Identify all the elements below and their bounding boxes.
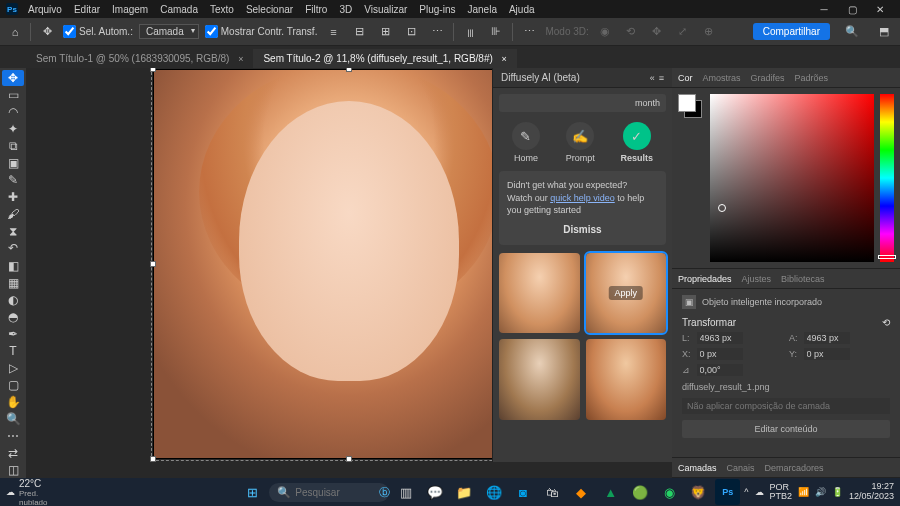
blur-tool[interactable]: ◐ bbox=[2, 292, 24, 308]
edge-icon[interactable]: 🌐 bbox=[481, 479, 506, 505]
search-icon[interactable]: 🔍 bbox=[842, 22, 862, 42]
layer-combo[interactable]: Camada bbox=[139, 24, 199, 39]
canvas-image[interactable] bbox=[154, 70, 544, 458]
heal-tool[interactable]: ✚ bbox=[2, 189, 24, 205]
wand-tool[interactable]: ✦ bbox=[2, 121, 24, 137]
app-icon-3[interactable]: ▲ bbox=[598, 479, 623, 505]
color-field[interactable] bbox=[710, 94, 874, 262]
start-button[interactable]: ⊞ bbox=[240, 479, 265, 505]
hue-slider[interactable] bbox=[880, 94, 894, 262]
panel-menu-icon[interactable]: ≡ bbox=[659, 73, 664, 83]
zoom-tool[interactable]: 🔍 bbox=[2, 411, 24, 427]
eyedropper-tool[interactable]: ✎ bbox=[2, 172, 24, 188]
transform-handle[interactable] bbox=[150, 456, 156, 462]
transform-handle[interactable] bbox=[150, 68, 156, 72]
auto-select-checkbox[interactable] bbox=[63, 25, 76, 38]
tray-clock[interactable]: 19:2712/05/2023 bbox=[849, 482, 894, 502]
align-icon-7[interactable]: ⊪ bbox=[486, 22, 506, 42]
shape-tool[interactable]: ▢ bbox=[2, 377, 24, 393]
brave-icon[interactable]: 🦁 bbox=[686, 479, 711, 505]
result-thumb-3[interactable] bbox=[499, 339, 580, 420]
more-tools[interactable]: ⋯ bbox=[2, 428, 24, 444]
tray-battery-icon[interactable]: 🔋 bbox=[832, 487, 843, 497]
tab-padroes[interactable]: Padrões bbox=[795, 73, 829, 83]
width-field[interactable] bbox=[697, 332, 743, 344]
pen-tool[interactable]: ✒ bbox=[2, 326, 24, 342]
menu-arquivo[interactable]: Arquivo bbox=[22, 2, 68, 17]
tab-cor[interactable]: Cor bbox=[678, 73, 693, 83]
tab-camadas[interactable]: Camadas bbox=[678, 463, 717, 473]
menu-ajuda[interactable]: Ajuda bbox=[503, 2, 541, 17]
gradient-tool[interactable]: ▦ bbox=[2, 275, 24, 291]
edit-toolbar[interactable]: ⇄ bbox=[2, 445, 24, 461]
eraser-tool[interactable]: ◧ bbox=[2, 258, 24, 274]
align-icon-6[interactable]: ⫼ bbox=[460, 22, 480, 42]
align-icon-1[interactable]: ≡ bbox=[323, 22, 343, 42]
tray-wifi-icon[interactable]: 📶 bbox=[798, 487, 809, 497]
tab-close-2[interactable]: × bbox=[502, 54, 507, 64]
menu-janela[interactable]: Janela bbox=[461, 2, 502, 17]
x-field[interactable] bbox=[697, 348, 743, 360]
store-icon[interactable]: 🛍 bbox=[540, 479, 565, 505]
menu-selecionar[interactable]: Selecionar bbox=[240, 2, 299, 17]
tab-bibliotecas[interactable]: Bibliotecas bbox=[781, 274, 825, 284]
marquee-tool[interactable]: ▭ bbox=[2, 87, 24, 103]
minimize-button[interactable]: ─ bbox=[810, 0, 838, 18]
menu-filtro[interactable]: Filtro bbox=[299, 2, 333, 17]
diffusely-tab-prompt[interactable]: ✍Prompt bbox=[566, 122, 595, 163]
explorer-icon[interactable]: 📁 bbox=[452, 479, 477, 505]
tab-ajustes[interactable]: Ajustes bbox=[742, 274, 772, 284]
frame-tool[interactable]: ▣ bbox=[2, 155, 24, 171]
tray-chevron-icon[interactable]: ^ bbox=[744, 487, 748, 497]
photoshop-taskbar-icon[interactable]: Ps bbox=[715, 479, 740, 505]
dodge-tool[interactable]: ◓ bbox=[2, 309, 24, 325]
close-button[interactable]: ✕ bbox=[866, 0, 894, 18]
hue-marker[interactable] bbox=[878, 255, 896, 259]
chrome-icon[interactable]: 🟢 bbox=[627, 479, 652, 505]
align-icon-5[interactable]: ⋯ bbox=[427, 22, 447, 42]
tab-gradifes[interactable]: Gradifes bbox=[751, 73, 785, 83]
search-input[interactable] bbox=[295, 487, 375, 498]
transform-handle[interactable] bbox=[346, 68, 352, 72]
menu-imagem[interactable]: Imagem bbox=[106, 2, 154, 17]
app-icon-1[interactable]: ◙ bbox=[510, 479, 535, 505]
show-controls-checkbox[interactable] bbox=[205, 25, 218, 38]
result-thumb-4[interactable] bbox=[586, 339, 667, 420]
help-video-link[interactable]: quick help video bbox=[550, 193, 615, 203]
transform-handle[interactable] bbox=[346, 456, 352, 462]
cloud-icon[interactable]: ⬒ bbox=[874, 22, 894, 42]
height-field[interactable] bbox=[804, 332, 850, 344]
swatch-tool[interactable]: ◫ bbox=[2, 462, 24, 478]
tray-onedrive-icon[interactable]: ☁ bbox=[755, 487, 764, 497]
dismiss-button[interactable]: Dismiss bbox=[507, 223, 658, 237]
home-icon[interactable]: ⌂ bbox=[6, 23, 24, 41]
history-brush-tool[interactable]: ↶ bbox=[2, 240, 24, 256]
text-tool[interactable]: T bbox=[2, 343, 24, 359]
angle-field[interactable] bbox=[697, 364, 743, 376]
transform-header[interactable]: Transformar bbox=[682, 317, 736, 328]
share-button[interactable]: Compartilhar bbox=[753, 23, 830, 40]
diffusely-tab-results[interactable]: ✓Results bbox=[621, 122, 654, 163]
color-picker-ring[interactable] bbox=[718, 204, 726, 212]
more-icon[interactable]: ⋯ bbox=[519, 22, 539, 42]
whatsapp-icon[interactable]: ◉ bbox=[657, 479, 682, 505]
tab-canais[interactable]: Canais bbox=[727, 463, 755, 473]
app-icon-2[interactable]: ◆ bbox=[569, 479, 594, 505]
menu-texto[interactable]: Texto bbox=[204, 2, 240, 17]
taskbar-search[interactable]: 🔍 ⓑ bbox=[269, 483, 389, 502]
panel-collapse-icon[interactable]: « bbox=[650, 73, 655, 83]
stamp-tool[interactable]: ⧗ bbox=[2, 223, 24, 239]
move-tool[interactable]: ✥ bbox=[2, 70, 24, 86]
document-tab-2[interactable]: Sem Título-2 @ 11,8% (diffusely_result_1… bbox=[253, 49, 516, 68]
fg-swatch[interactable] bbox=[678, 94, 696, 112]
tab-close-1[interactable]: × bbox=[238, 54, 243, 64]
crop-tool[interactable]: ⧉ bbox=[2, 138, 24, 154]
task-view-icon[interactable]: ▥ bbox=[393, 479, 418, 505]
fg-bg-swatches[interactable] bbox=[678, 94, 704, 262]
align-icon-3[interactable]: ⊞ bbox=[375, 22, 395, 42]
reset-icon[interactable]: ⟲ bbox=[882, 317, 890, 328]
tray-volume-icon[interactable]: 🔊 bbox=[815, 487, 826, 497]
transform-handle[interactable] bbox=[150, 261, 156, 267]
brush-tool[interactable]: 🖌 bbox=[2, 206, 24, 222]
hand-tool[interactable]: ✋ bbox=[2, 394, 24, 410]
